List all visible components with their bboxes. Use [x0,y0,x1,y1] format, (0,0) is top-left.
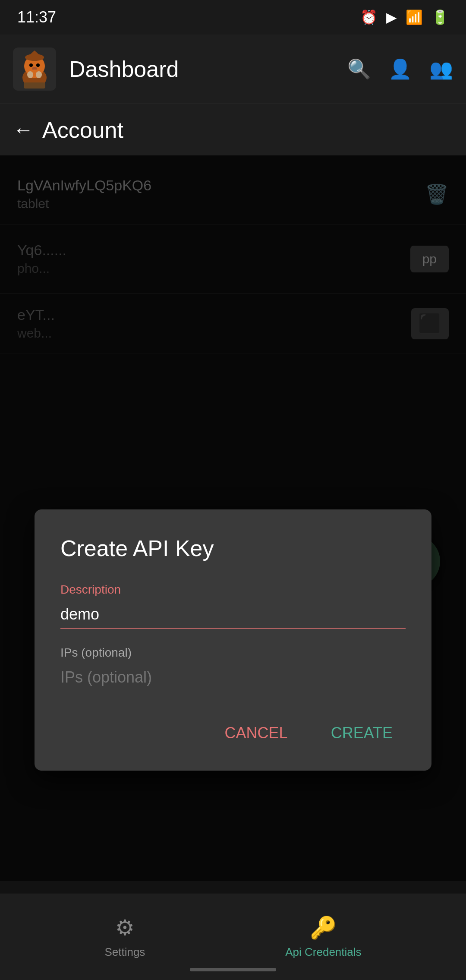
nav-api-credentials[interactable]: 🔑 Api Credentials [285,915,361,959]
svg-point-9 [36,71,42,78]
wifi-icon: ▶ [386,9,397,25]
status-icons: ⏰ ▶ 📶 🔋 [360,9,449,25]
battery-icon: 🔋 [431,9,449,25]
app-title: Dashboard [69,56,334,82]
back-button[interactable]: ← [13,118,34,142]
home-indicator [190,968,276,971]
status-time: 11:37 [17,8,56,26]
description-label: Description [60,583,406,597]
signal-icon: 📶 [406,9,423,25]
api-credentials-nav-label: Api Credentials [285,945,361,959]
app-logo-svg [15,50,54,89]
header-icons: 🔍 👤 👥 [347,58,453,80]
page-header: ← Account [0,104,466,155]
page-title: Account [42,117,123,143]
svg-marker-3 [26,51,43,58]
settings-nav-label: Settings [104,945,145,959]
status-bar: 11:37 ⏰ ▶ 📶 🔋 [0,0,466,35]
app-logo [13,47,56,91]
cancel-button[interactable]: Cancel [212,717,301,749]
api-credentials-nav-icon: 🔑 [310,915,337,940]
nav-settings[interactable]: ⚙ Settings [104,915,145,959]
search-icon[interactable]: 🔍 [347,58,371,80]
alarm-icon: ⏰ [360,9,378,25]
create-api-key-dialog: Create API Key Description IPs (optional… [35,509,431,771]
manage-accounts-icon[interactable]: 👥 [429,58,453,80]
svg-point-5 [36,63,40,67]
ips-label: IPs (optional) [60,646,406,660]
ips-field: IPs (optional) [60,646,406,691]
svg-point-4 [29,63,33,67]
description-input[interactable] [60,601,406,629]
create-button[interactable]: Create [318,717,406,749]
account-icon[interactable]: 👤 [388,58,412,80]
ips-input[interactable] [60,664,406,691]
svg-point-8 [27,71,33,78]
bottom-navigation: ⚙ Settings 🔑 Api Credentials [0,894,466,980]
svg-rect-10 [24,82,45,89]
settings-nav-icon: ⚙ [115,915,135,940]
main-content: LgVAnIwfyLQ5pKQ6 tablet 🗑️ Yq6...... pho… [0,155,466,881]
dialog-title: Create API Key [60,535,406,561]
description-field: Description [60,583,406,629]
app-header: Dashboard 🔍 👤 👥 [0,35,466,104]
dialog-actions: Cancel Create [60,717,406,749]
